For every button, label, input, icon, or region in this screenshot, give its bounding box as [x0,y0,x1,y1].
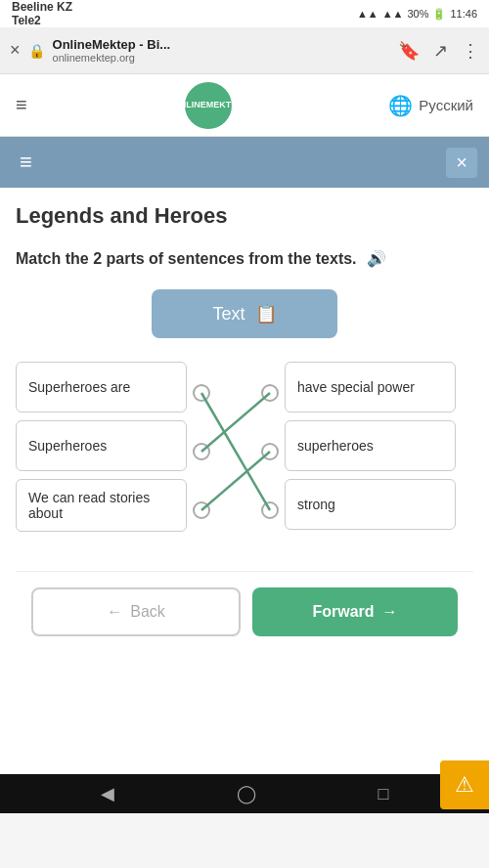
browser-bar: × 🔒 OnlineMektep - Bi... onlinemektep.or… [0,27,489,74]
signal-icon: ▲▲ [357,8,378,20]
carrier1-text: Beeline KZ [12,0,72,14]
back-label: Back [130,603,165,621]
text-button-label: Text [212,304,244,325]
url-box: OnlineMektep - Bi... onlinemektep.org [53,37,390,64]
time-text: 11:46 [450,8,477,20]
lock-icon: 🔒 [28,43,45,59]
browser-actions: 🔖 ↗ ⋮ [398,40,479,62]
browser-title: OnlineMektep - Bi... [53,37,390,52]
android-nav-bar: ◀ ◯ □ [0,774,489,813]
language-label: Русский [419,97,473,113]
left-item-2[interactable]: Superheroes [16,420,187,471]
browser-url: onlinemektep.org [53,52,390,64]
right-item-1[interactable]: have special power [285,362,456,412]
logo-line2: MEKTEP [206,100,244,110]
right-item-1-text: have special power [297,379,415,395]
audio-icon[interactable]: 🔊 [367,250,386,267]
left-item-1[interactable]: Superheroes are [16,362,187,412]
back-button[interactable]: ← Back [31,587,241,636]
back-arrow-icon: ← [107,603,122,621]
forward-button[interactable]: Forward → [252,587,458,636]
menu-icon[interactable]: ≡ [16,94,27,116]
logo: ONLINE MEKTEP [185,82,232,129]
connector-column [187,362,285,547]
left-item-3-text: We can read stories about [28,490,174,521]
matching-area: Superheroes are Superheroes We can read … [16,362,473,547]
svg-line-6 [201,393,270,510]
battery-icon: 🔋 [432,8,446,21]
book-icon: 📋 [255,303,277,325]
bottom-nav: ← Back Forward → [16,571,473,652]
page-title: Legends and Heroes [16,203,473,229]
forward-label: Forward [312,603,374,621]
more-options-icon[interactable]: ⋮ [462,40,479,62]
language-selector[interactable]: 🌐 Русский [388,94,473,117]
right-column: have special power superheroes strong [285,362,456,530]
instruction-number: 2 [93,250,102,267]
instruction-text: Match the 2 parts of sentences from the … [16,248,473,270]
recent-nav-icon[interactable]: □ [378,784,389,804]
toolbar-close-button[interactable]: × [446,148,477,178]
close-icon: × [456,152,467,173]
right-item-3-text: strong [297,497,335,512]
logo-line1: ONLINE [173,100,206,110]
right-item-2[interactable]: superheroes [285,420,456,471]
text-button[interactable]: Text 📋 [152,289,337,338]
left-item-3[interactable]: We can read stories about [16,479,187,532]
left-item-1-text: Superheroes are [28,379,130,395]
text-button-container: Text 📋 [16,289,473,338]
status-bar: Beeline KZ Tele2 ▲▲ ▲▲ 30% 🔋 11:46 [0,0,489,27]
right-item-3[interactable]: strong [285,479,456,530]
hamburger-button[interactable]: ≡ [12,146,40,179]
left-item-2-text: Superheroes [28,438,107,454]
signal-icon-2: ▲▲ [382,8,404,20]
battery-text: 30% [407,8,428,20]
back-nav-icon[interactable]: ◀ [101,783,114,804]
globe-icon: 🌐 [388,94,413,117]
svg-line-8 [201,452,270,510]
browser-close-button[interactable]: × [10,40,21,61]
share-icon[interactable]: ↗ [433,40,448,62]
status-indicators: ▲▲ ▲▲ 30% 🔋 11:46 [357,8,477,21]
carrier-name: Beeline KZ Tele2 [12,0,72,27]
home-nav-icon[interactable]: ◯ [237,783,256,804]
warning-icon: ⚠ [455,772,474,798]
main-content: Legends and Heroes Match the 2 parts of … [0,188,489,774]
bookmark-icon[interactable]: 🔖 [398,40,420,62]
right-item-2-text: superheroes [297,438,374,454]
hamburger-icon: ≡ [20,150,32,174]
carrier2-text: Tele2 [12,14,41,27]
svg-line-7 [201,393,270,452]
left-column: Superheroes are Superheroes We can read … [16,362,187,532]
warning-badge[interactable]: ⚠ [440,760,489,809]
forward-arrow-icon: → [382,603,398,621]
connectors-svg [187,362,285,547]
toolbar: ≡ × [0,137,489,188]
app-header: ≡ ONLINE MEKTEP 🌐 Русский [0,74,489,137]
